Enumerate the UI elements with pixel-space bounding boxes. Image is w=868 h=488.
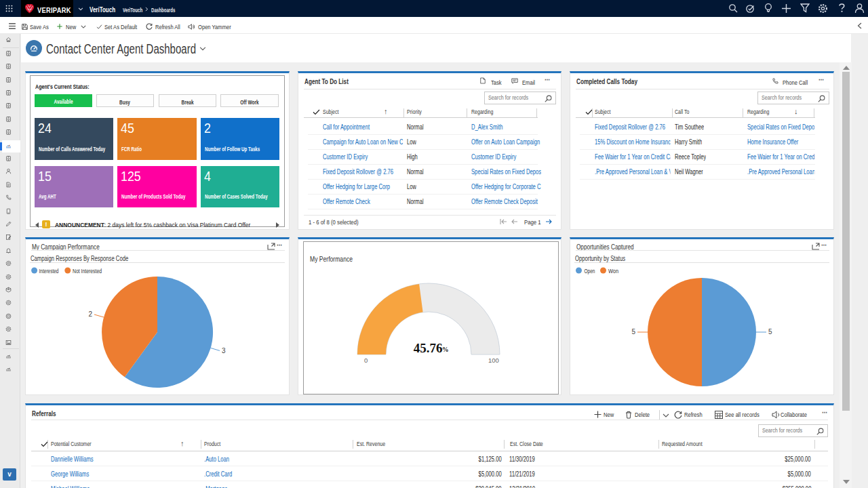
svg-text:2: 2 bbox=[88, 310, 92, 318]
svg-text:Interested: Interested bbox=[39, 268, 59, 274]
svg-text:5: 5 bbox=[768, 328, 772, 336]
svg-text:0: 0 bbox=[364, 357, 368, 364]
svg-text:My Performance: My Performance bbox=[310, 255, 353, 263]
svg-text:3: 3 bbox=[222, 347, 226, 354]
svg-text:45.76: 45.76 bbox=[414, 341, 443, 355]
svg-text:Open: Open bbox=[585, 268, 595, 274]
svg-text:5: 5 bbox=[631, 328, 635, 336]
svg-text:%: % bbox=[442, 346, 449, 353]
svg-text:Not Interested: Not Interested bbox=[73, 268, 102, 274]
svg-text:100: 100 bbox=[488, 357, 499, 364]
svg-text:Won: Won bbox=[608, 268, 618, 274]
